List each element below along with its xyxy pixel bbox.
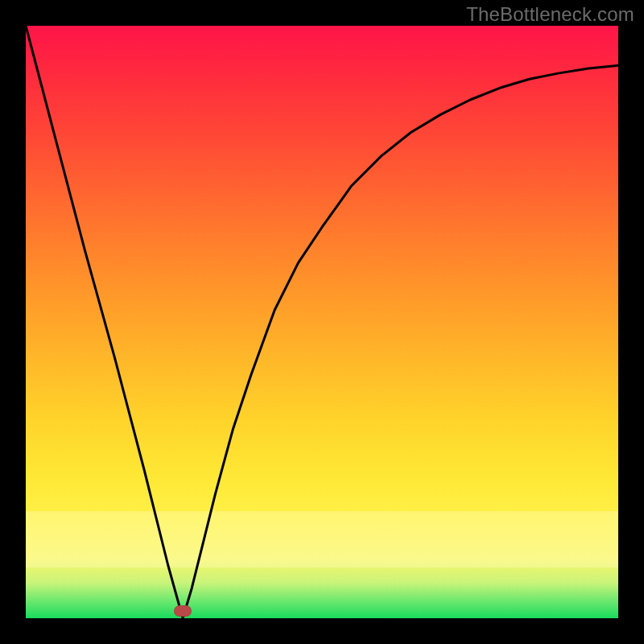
watermark-text: TheBottleneck.com xyxy=(466,3,634,26)
min-point-marker xyxy=(174,605,192,617)
plot-area xyxy=(26,26,618,618)
highlight-band xyxy=(26,511,618,568)
chart-frame: TheBottleneck.com xyxy=(0,0,644,644)
